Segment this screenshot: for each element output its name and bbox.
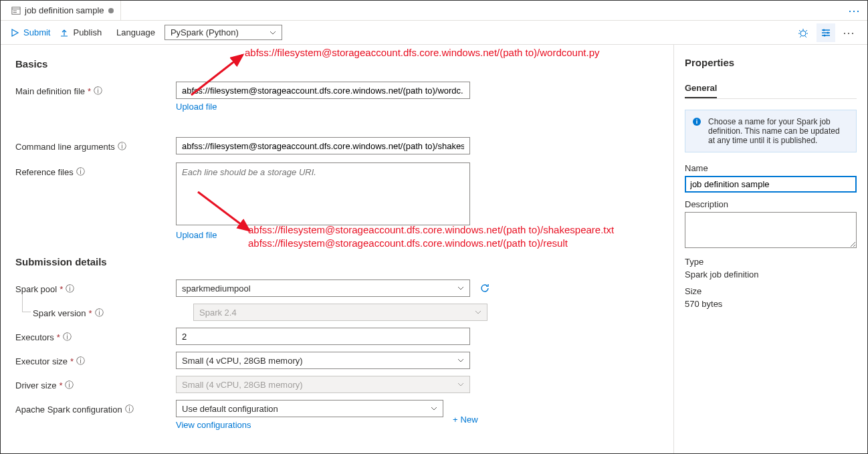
- svg-point-5: [800, 31, 806, 36]
- executor-size-select[interactable]: Small (4 vCPU, 28GB memory): [176, 352, 470, 369]
- play-icon: [10, 28, 19, 37]
- spark-version-select: Spark 2.4: [193, 304, 487, 321]
- cmd-args-input[interactable]: [176, 137, 470, 154]
- upload-file-link-ref[interactable]: Upload file: [176, 230, 217, 240]
- type-label: Type: [685, 257, 857, 267]
- main-def-file-input[interactable]: [176, 82, 470, 99]
- spark-version-label: Spark version* ⓘ: [33, 304, 193, 319]
- cmd-args-label: Command line arguments ⓘ: [15, 137, 176, 152]
- info-icon[interactable]: ⓘ: [95, 307, 104, 319]
- language-select[interactable]: PySpark (Python): [165, 25, 282, 40]
- executor-size-label: Executor size* ⓘ: [15, 352, 176, 367]
- annotation-text-1: abfss://filesystem@storageaccount.dfs.co…: [245, 47, 599, 58]
- driver-size-label: Driver size* ⓘ: [15, 376, 176, 391]
- chevron-down-icon: [269, 29, 276, 36]
- info-icon[interactable]: ⓘ: [76, 166, 85, 178]
- tab-title: job definition sample: [25, 5, 104, 15]
- settings-panel-button[interactable]: [817, 23, 835, 42]
- size-label: Size: [685, 286, 857, 296]
- chevron-down-icon: [431, 405, 437, 412]
- editor-tab[interactable]: job definition sample: [5, 1, 121, 20]
- svg-point-6: [823, 29, 825, 31]
- info-icon[interactable]: ⓘ: [125, 403, 134, 415]
- publish-icon: [60, 28, 69, 37]
- name-label: Name: [685, 163, 857, 173]
- plus-icon: +: [453, 415, 458, 425]
- more-button[interactable]: ⋯: [839, 23, 858, 42]
- submit-button[interactable]: Submit: [10, 27, 50, 37]
- spark-pool-label: Spark pool* ⓘ: [15, 279, 176, 295]
- name-input[interactable]: [685, 176, 857, 193]
- submission-heading: Submission details: [15, 256, 659, 267]
- spark-config-select[interactable]: Use default configuration: [176, 400, 443, 417]
- language-label: Language: [116, 27, 155, 37]
- tab-general[interactable]: General: [685, 79, 717, 98]
- svg-point-7: [827, 31, 829, 33]
- svg-point-8: [824, 34, 826, 36]
- info-icon[interactable]: ⓘ: [94, 85, 102, 97]
- size-value: 570 bytes: [685, 299, 857, 309]
- info-icon[interactable]: ⓘ: [66, 283, 74, 295]
- spark-config-label: Apache Spark configuration ⓘ: [15, 400, 176, 415]
- refresh-button[interactable]: [479, 283, 490, 294]
- type-value: Spark job definition: [685, 269, 857, 279]
- new-config-button[interactable]: + New: [453, 415, 478, 425]
- chevron-down-icon: [457, 357, 464, 364]
- upload-file-link-main[interactable]: Upload file: [176, 102, 217, 112]
- view-configs-link[interactable]: View configurations: [176, 420, 251, 430]
- ref-files-textarea[interactable]: [176, 162, 470, 225]
- description-label: Description: [685, 199, 857, 209]
- svg-text:i: i: [696, 118, 698, 125]
- spark-pool-select[interactable]: sparkmediumpool: [176, 279, 470, 297]
- main-def-file-label: Main definition file* ⓘ: [15, 82, 176, 97]
- info-icon[interactable]: ⓘ: [65, 379, 74, 391]
- ref-files-label: Reference files ⓘ: [15, 162, 176, 178]
- info-icon: i: [692, 117, 701, 126]
- svg-marker-4: [12, 29, 18, 36]
- info-icon[interactable]: ⓘ: [63, 331, 72, 343]
- properties-heading: Properties: [685, 57, 857, 68]
- tab-more-button[interactable]: ⋯: [848, 3, 861, 18]
- spark-job-icon: [11, 6, 21, 15]
- basics-heading: Basics: [15, 58, 659, 70]
- description-textarea[interactable]: [685, 212, 857, 248]
- info-icon[interactable]: ⓘ: [76, 355, 85, 367]
- bug-icon-button[interactable]: [794, 23, 812, 42]
- chevron-down-icon: [457, 381, 464, 388]
- chevron-down-icon: [457, 285, 464, 292]
- info-box: i Choose a name for your Spark job defin…: [685, 110, 857, 152]
- driver-size-select: Small (4 vCPU, 28GB memory): [176, 376, 470, 393]
- info-icon[interactable]: ⓘ: [118, 140, 126, 152]
- publish-button[interactable]: Publish: [60, 27, 102, 37]
- executors-label: Executors* ⓘ: [15, 328, 176, 343]
- chevron-down-icon: [475, 309, 481, 316]
- executors-input[interactable]: [176, 328, 470, 345]
- unsaved-dot-icon: [108, 8, 114, 13]
